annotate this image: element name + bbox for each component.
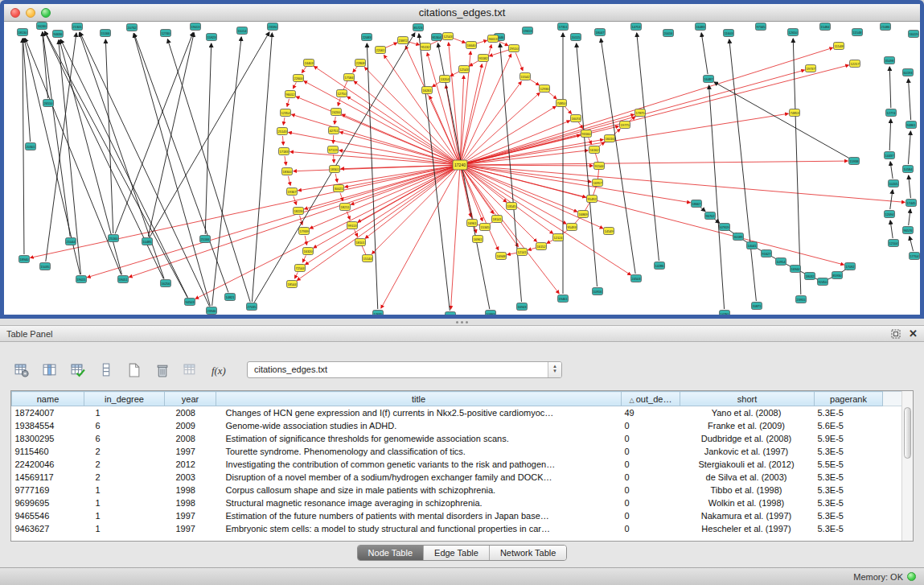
tab-edge-table[interactable]: Edge Table [423, 546, 489, 560]
tab-node-table[interactable]: Node Table [358, 546, 423, 560]
network-node[interactable]: 95582 [478, 55, 489, 62]
network-node[interactable]: 97119 [328, 146, 339, 154]
network-node[interactable]: 17351 [558, 23, 569, 31]
network-node[interactable]: 16944 [791, 266, 801, 273]
table-row[interactable]: 946362711997Embryonic stem cells: a mode… [12, 522, 902, 535]
network-node[interactable]: 15144 [363, 255, 373, 262]
network-node[interactable]: 25143 [277, 128, 288, 135]
network-node[interactable]: 21044 [66, 238, 76, 245]
edit-table-icon[interactable] [67, 359, 88, 380]
network-node[interactable]: 16016 [605, 135, 615, 142]
network-node[interactable]: 18141 [492, 216, 503, 223]
network-node[interactable]: 14791 [720, 311, 730, 315]
network-node[interactable]: 18667 [692, 200, 702, 208]
table-row[interactable]: 977716911998Corpus callosum shape and si… [12, 484, 902, 496]
network-node[interactable]: 35098 [885, 57, 895, 64]
tab-network-table[interactable]: Network Table [489, 546, 567, 560]
network-node[interactable]: 17445 [906, 200, 917, 207]
network-node[interactable]: 23955 [796, 296, 807, 303]
network-node[interactable]: 16261 [422, 87, 433, 94]
network-node[interactable]: 12936 [540, 85, 550, 93]
network-node[interactable]: 14753 [631, 23, 642, 31]
network-node[interactable]: 19015 [76, 276, 87, 283]
network-node[interactable]: 20016 [663, 30, 674, 37]
network-node[interactable]: 16019 [909, 31, 919, 38]
rows-icon[interactable] [95, 359, 116, 380]
network-window-titlebar[interactable]: citations_edges.txt [4, 4, 920, 22]
network-view[interactable]: 1813016240946362130515166207321274019013… [4, 22, 920, 315]
splitter-handle-icon[interactable] [455, 321, 470, 323]
network-node[interactable]: 19613 [523, 27, 533, 35]
network-node[interactable]: 19013 [191, 23, 201, 31]
network-node[interactable]: 24200 [331, 109, 342, 116]
network-node[interactable]: 17240 [453, 160, 467, 170]
network-node[interactable]: 10205 [889, 180, 899, 187]
network-node[interactable]: 10993 [486, 311, 496, 315]
network-node[interactable]: 29510 [509, 45, 519, 52]
network-node[interactable]: 96012 [285, 91, 296, 98]
zoom-window-icon[interactable] [41, 8, 51, 18]
network-node[interactable]: 25160 [109, 235, 119, 242]
network-node[interactable]: 16320 [303, 248, 314, 255]
network-node[interactable]: 94503 [185, 299, 195, 306]
network-node[interactable]: 19775 [620, 122, 630, 129]
network-node[interactable]: 16961 [473, 236, 483, 243]
network-window[interactable]: citations_edges.txt 18130162409463621305… [0, 0, 924, 319]
network-node[interactable]: 17635 [373, 311, 384, 315]
table-source-dropdown[interactable]: citations_edges.txt ▲▼ [247, 361, 562, 378]
table-row[interactable]: 969969511998Structural magnetic resonanc… [12, 496, 902, 509]
column-header-outde[interactable]: △out_de… [622, 392, 680, 406]
network-node[interactable]: 19737 [806, 65, 816, 72]
network-node[interactable]: 12124 [553, 234, 564, 241]
column-header-year[interactable]: year [165, 392, 216, 406]
network-node[interactable]: 12094 [885, 211, 895, 218]
network-node[interactable]: 12543 [459, 66, 470, 73]
network-node[interactable]: 12104 [889, 240, 899, 247]
network-node[interactable]: 18300 [282, 168, 293, 175]
network-node[interactable]: 20301 [26, 143, 36, 150]
network-node[interactable]: 12543 [443, 33, 454, 40]
network-node[interactable]: 10954 [776, 258, 786, 266]
network-node[interactable]: 96576 [903, 227, 914, 234]
table-row[interactable]: 1456911722003Disruption of a novel membe… [12, 471, 902, 484]
network-node[interactable]: 21305 [72, 23, 83, 31]
network-node[interactable]: 16256 [161, 280, 171, 287]
network-node[interactable]: 12750 [337, 90, 347, 97]
network-node[interactable]: 16074 [571, 115, 581, 122]
network-node[interactable]: 95132 [421, 43, 431, 51]
network-node[interactable]: 18101 [355, 239, 366, 246]
vertical-scrollbar[interactable] [901, 391, 913, 541]
function-icon[interactable]: f(x) [207, 359, 228, 380]
network-node[interactable]: 16240 [37, 23, 47, 30]
network-node[interactable]: 85723 [413, 24, 424, 31]
network-node[interactable]: 16943 [517, 303, 528, 311]
network-node[interactable]: 15384 [446, 312, 456, 315]
select-columns-icon[interactable] [39, 359, 60, 380]
network-node[interactable]: 16957 [593, 179, 603, 187]
network-node[interactable]: 16162 [589, 146, 600, 154]
network-node[interactable]: 96702 [705, 212, 716, 220]
table-row[interactable]: 1830029562008Estimation of significance … [12, 432, 902, 445]
network-node[interactable]: 12217 [850, 60, 860, 68]
network-node[interactable]: 67919 [720, 224, 730, 231]
import-table-icon[interactable] [179, 359, 200, 380]
network-node[interactable]: 22061 [376, 47, 386, 54]
network-node[interactable]: 10916 [593, 288, 603, 295]
network-node[interactable]: 11014 [237, 27, 248, 35]
network-node[interactable]: 16487 [704, 76, 714, 83]
table-row[interactable]: 1938455462009Genome-wide association stu… [12, 419, 902, 432]
network-node[interactable]: 94861 [906, 122, 917, 129]
delete-table-icon[interactable] [151, 359, 172, 380]
network-node[interactable]: 12774 [886, 109, 897, 117]
table-row[interactable]: 946554611997Estimation of the future num… [12, 509, 902, 522]
new-table-icon[interactable] [123, 359, 144, 380]
network-node[interactable]: 23946 [207, 307, 217, 315]
network-node[interactable]: 17939 [299, 228, 310, 235]
network-node[interactable]: 18940 [19, 256, 30, 263]
network-node[interactable]: 42751 [329, 127, 339, 134]
network-node[interactable]: 30021 [334, 185, 344, 192]
network-node[interactable]: 16961 [467, 220, 478, 227]
float-window-icon[interactable] [890, 328, 901, 339]
network-node[interactable]: 21086 [881, 23, 891, 31]
column-header-indegree[interactable]: in_degree [84, 392, 165, 406]
